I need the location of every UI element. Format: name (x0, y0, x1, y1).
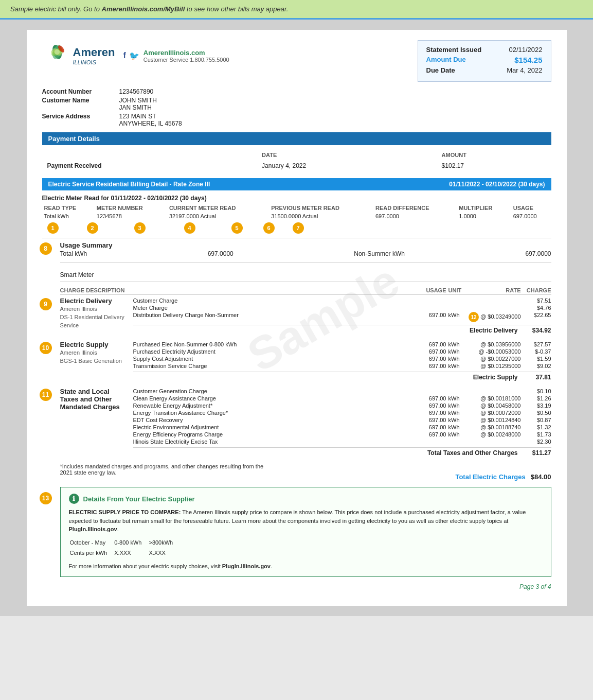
website-link[interactable]: AmerenIllinois.com (143, 49, 229, 57)
total-electric-label: Total Electric Charges (455, 473, 525, 481)
col-rate-header: RATE (466, 287, 523, 293)
due-date-label: Due Date (426, 66, 455, 74)
electric-delivery-title: Electric Delivery (60, 297, 127, 305)
row-previous: 31500.0000 Actual (269, 212, 373, 220)
supply-total-value: 37.81 (523, 374, 551, 381)
electric-service-title: Electric Service Residential Billing Det… (48, 181, 210, 188)
supplier-row-label: Cents per kWh (70, 548, 114, 558)
charges-column-headers: CHARGE DESCRIPTION USAGE UNIT RATE CHARG… (42, 286, 551, 295)
taxes-section: 11 State and Local Taxes and Other Manda… (42, 388, 551, 458)
supplier-table-data-row: Cents per kWh X.XXX X.XXX (70, 548, 179, 558)
supplier-box-body: ELECTRIC SUPPLY PRICE TO COMPARE: The Am… (69, 508, 543, 570)
due-date-value: Mar 4, 2022 (507, 66, 542, 74)
company-state: ILLINOIS (73, 59, 115, 65)
tax-row-1: Clean Energy Assistance Charge 697.00 kW… (133, 395, 551, 402)
usage-summary-title: Usage Summary (60, 241, 551, 249)
svg-point-5 (55, 49, 60, 55)
supplier-col2: 0-800 kWh (114, 538, 148, 548)
circle-9: 9 (40, 298, 52, 310)
tax-row-4: EDT Cost Recovery 697.00 kWh @ $0.001248… (133, 416, 551, 424)
total-electric-row: Total Electric Charges $84.00 (455, 473, 551, 481)
electric-delivery-sub1: Ameren Illinois (60, 306, 127, 312)
facebook-icon[interactable]: f (123, 51, 125, 61)
electric-delivery-section: 9 Electric Delivery Ameren Illinois DS-1… (42, 297, 551, 336)
banner-link: AmerenIllinois.com/MyBill (102, 5, 185, 13)
circle-6: 6 (263, 222, 275, 234)
usage-row-desc: Non-Summer kWh (354, 250, 405, 257)
service-address-value: 123 MAIN ST ANYWHERE, IL 45678 (119, 113, 182, 127)
electric-delivery-sub2: DS-1 Residential Delivery (60, 314, 127, 320)
usage-row-label: Total kWh (60, 250, 87, 257)
social-website-area: f 🐦 AmerenIllinois.com Customer Service … (123, 49, 229, 63)
usage-summary-row: Total kWh 697.0000 Non-Summer kWh 697.00… (60, 249, 551, 258)
col-unit-header: UNIT (448, 287, 466, 293)
payment-details-header: Payment Details (42, 132, 551, 145)
circle-8: 8 (40, 242, 52, 255)
amount-due-label: Amount Due (426, 56, 466, 64)
payment-table: DATE AMOUNT Payment Received January 4, … (42, 149, 551, 172)
taxes-title: State and Local Taxes and Other Mandated… (60, 388, 127, 411)
circle-11: 11 (40, 389, 52, 401)
tax-row-2: Renewable Energy Adjustment* 697.00 kWh … (133, 402, 551, 409)
supplier-col1: October - May (70, 538, 114, 548)
meter-data-row: Total kWh 12345678 32197.0000 Actual 315… (42, 212, 551, 220)
circle-12: 12 (469, 312, 479, 322)
electric-delivery-sub3: Service (60, 322, 127, 328)
smart-meter-text: Smart Meter (60, 268, 551, 282)
electric-service-header: Electric Service Residential Billing Det… (42, 178, 551, 190)
payment-row-label: Payment Received (43, 161, 257, 171)
supplier-box: ℹ Details From Your Electric Supplier EL… (60, 487, 551, 577)
statement-issued-value: 02/11/2022 (509, 46, 542, 54)
col-multiplier: MULTIPLIER (457, 204, 511, 212)
supplier-table: October - May 0-800 kWh >800kWh Cents pe… (69, 537, 181, 559)
circle-7: 7 (293, 222, 304, 234)
usage-summary-section: 8 Usage Summary Total kWh 697.0000 Non-S… (42, 241, 551, 282)
supply-total-label: Electric Supply (473, 374, 518, 381)
col-previous: PREVIOUS METER READ (269, 204, 373, 212)
customer-service-text: Customer Service 1.800.755.5000 (143, 57, 229, 63)
col-charge-header: CHARGE (523, 287, 551, 293)
delivery-charge-row-0: Customer Charge $7.51 (133, 297, 551, 304)
tax-row-5: Electric Environmental Adjustment 697.00… (133, 424, 551, 431)
delivery-charge-row-1: Meter Charge $4.76 (133, 304, 551, 311)
col-meter-num: METER NUMBER (95, 204, 167, 212)
supply-charge-row-0: Purchased Elec Non-Summer 0-800 kWh 697.… (133, 341, 551, 348)
row-read-type: Total kWh (42, 212, 95, 220)
usage-row-value1: 697.0000 (208, 250, 233, 257)
delivery-charge-row-2: Distribution Delivery Charge Non-Summer … (133, 311, 551, 323)
amount-due-value: $154.25 (514, 56, 542, 64)
supply-total-row: Electric Supply 37.81 (133, 372, 551, 382)
account-section: Account Number 1234567890 Customer Name … (42, 88, 551, 127)
account-number-label: Account Number (42, 88, 109, 95)
delivery-total-value: $34.92 (523, 327, 551, 334)
row-diff: 697.0000 (373, 212, 457, 220)
supplier-table-header-row: October - May 0-800 kWh >800kWh (70, 538, 179, 548)
col-charge-desc: CHARGE DESCRIPTION (60, 287, 415, 293)
circle-2: 2 (87, 222, 98, 234)
company-name: Ameren (73, 46, 115, 59)
row-usage: 697.0000 (511, 212, 551, 220)
ameren-logo-icon (42, 40, 73, 71)
statement-box: Statement Issued 02/11/2022 Amount Due $… (418, 40, 551, 82)
supplier-section: 13 ℹ Details From Your Electric Supplier… (42, 487, 551, 577)
payment-row: Payment Received January 4, 2022 $102.17 (43, 161, 550, 171)
logo: Ameren ILLINOIS (42, 40, 115, 71)
banner-text: Sample electric bill only. Go to AmerenI… (10, 5, 288, 13)
info-icon: ℹ (69, 494, 79, 504)
supplier-row-val1: X.XXX (114, 548, 148, 558)
electric-supply-section: 10 Electric Supply Ameren Illinois BGS-1… (42, 341, 551, 382)
payment-row-amount: $102.17 (438, 161, 550, 171)
total-electric-value: $84.00 (531, 473, 551, 481)
electric-supply-sub1: Ameren Illinois (60, 349, 127, 356)
electric-supply-title: Electric Supply (60, 341, 127, 348)
circle-3: 3 (134, 222, 146, 234)
statement-issued-label: Statement Issued (426, 46, 482, 54)
payment-col-date: DATE (258, 150, 437, 160)
customer-name-value: JOHN SMITH JAN SMITH (119, 97, 157, 111)
twitter-icon[interactable]: 🐦 (129, 51, 139, 61)
service-address-label: Service Address (42, 113, 109, 127)
taxes-total-row: Total Taxes and Other Charges $11.27 (133, 447, 551, 458)
col-usage: USAGE (511, 204, 551, 212)
top-banner: Sample electric bill only. Go to AmerenI… (0, 0, 593, 20)
meter-table: READ TYPE METER NUMBER CURRENT METER REA… (42, 204, 551, 220)
